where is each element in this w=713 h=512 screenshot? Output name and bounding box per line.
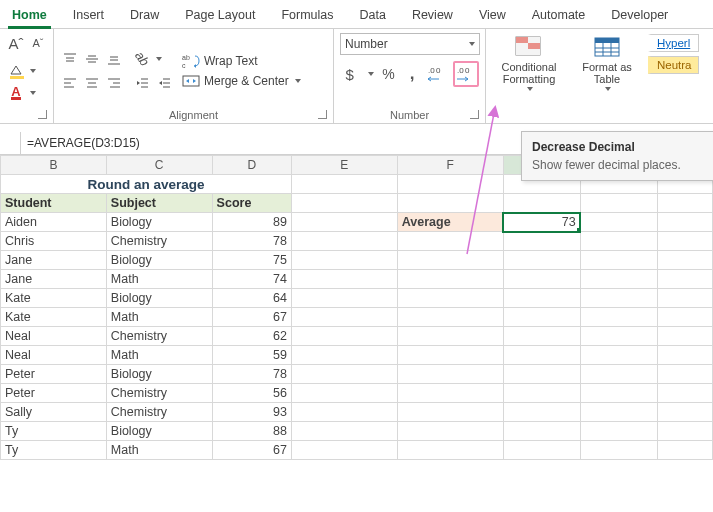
table-row[interactable]: TyMath67 — [1, 441, 713, 460]
fill-color-icon[interactable] — [6, 61, 26, 81]
align-bottom-icon[interactable] — [104, 49, 124, 69]
cell[interactable] — [291, 403, 397, 422]
score-cell[interactable]: 59 — [212, 346, 291, 365]
cell[interactable] — [291, 365, 397, 384]
cell[interactable] — [657, 289, 712, 308]
score-cell[interactable]: 93 — [212, 403, 291, 422]
subject-cell[interactable]: Biology — [106, 422, 212, 441]
orientation-dropdown-icon[interactable] — [156, 57, 162, 61]
student-cell[interactable]: Sally — [1, 403, 107, 422]
cell[interactable] — [580, 213, 657, 232]
col-header-c[interactable]: C — [106, 156, 212, 175]
cell[interactable] — [503, 346, 580, 365]
increase-indent-icon[interactable] — [154, 73, 174, 93]
wrap-text-button[interactable]: abc Wrap Text — [182, 53, 301, 69]
cell[interactable] — [291, 213, 397, 232]
cell[interactable] — [397, 194, 503, 213]
cell[interactable] — [397, 327, 503, 346]
font-color-dropdown-icon[interactable] — [30, 91, 36, 95]
score-cell[interactable]: 75 — [212, 251, 291, 270]
cell[interactable] — [291, 422, 397, 441]
subject-cell[interactable]: Biology — [106, 289, 212, 308]
cell[interactable] — [397, 232, 503, 251]
cell[interactable] — [503, 365, 580, 384]
table-row[interactable]: KateMath67 — [1, 308, 713, 327]
average-label-cell[interactable]: Average — [397, 213, 503, 232]
cell[interactable] — [657, 327, 712, 346]
table-row[interactable]: NealMath59 — [1, 346, 713, 365]
cell[interactable] — [291, 441, 397, 460]
cell[interactable] — [291, 251, 397, 270]
col-header-f[interactable]: F — [397, 156, 503, 175]
student-cell[interactable]: Ty — [1, 422, 107, 441]
subject-cell[interactable]: Chemistry — [106, 403, 212, 422]
cell[interactable] — [397, 251, 503, 270]
cell[interactable] — [580, 289, 657, 308]
table-header[interactable]: Score — [212, 194, 291, 213]
table-header[interactable]: Student — [1, 194, 107, 213]
merge-dropdown-icon[interactable] — [295, 79, 301, 83]
subject-cell[interactable]: Biology — [106, 213, 212, 232]
subject-cell[interactable]: Chemistry — [106, 327, 212, 346]
cell[interactable] — [503, 194, 580, 213]
worksheet-grid[interactable]: B C D E F G H I Round an averageStudentS… — [0, 155, 713, 460]
cell[interactable] — [657, 308, 712, 327]
col-header-d[interactable]: D — [212, 156, 291, 175]
table-header[interactable]: Subject — [106, 194, 212, 213]
cell[interactable] — [291, 194, 397, 213]
decrease-decimal-icon[interactable]: .00 — [456, 64, 476, 84]
cell[interactable] — [397, 175, 503, 194]
style-hyperlink[interactable]: Hyperl — [648, 34, 699, 52]
student-cell[interactable]: Chris — [1, 232, 107, 251]
cell[interactable] — [291, 232, 397, 251]
score-cell[interactable]: 67 — [212, 308, 291, 327]
tab-data[interactable]: Data — [355, 4, 389, 28]
cell[interactable] — [503, 270, 580, 289]
subject-cell[interactable]: Math — [106, 346, 212, 365]
tab-developer[interactable]: Developer — [607, 4, 672, 28]
subject-cell[interactable]: Math — [106, 308, 212, 327]
cell[interactable] — [657, 384, 712, 403]
student-cell[interactable]: Neal — [1, 327, 107, 346]
font-color-icon[interactable]: A — [6, 83, 26, 103]
cell[interactable] — [397, 365, 503, 384]
cell[interactable] — [291, 346, 397, 365]
cell[interactable] — [291, 175, 397, 194]
student-cell[interactable]: Jane — [1, 270, 107, 289]
align-middle-icon[interactable] — [82, 49, 102, 69]
cell[interactable] — [397, 308, 503, 327]
student-cell[interactable]: Kate — [1, 308, 107, 327]
fill-color-dropdown-icon[interactable] — [30, 69, 36, 73]
cell[interactable] — [397, 270, 503, 289]
merge-center-button[interactable]: Merge & Center — [182, 73, 301, 89]
subject-cell[interactable]: Math — [106, 270, 212, 289]
table-row[interactable]: JaneMath74 — [1, 270, 713, 289]
tab-draw[interactable]: Draw — [126, 4, 163, 28]
student-cell[interactable]: Jane — [1, 251, 107, 270]
tab-formulas[interactable]: Formulas — [277, 4, 337, 28]
cell[interactable] — [657, 270, 712, 289]
score-cell[interactable]: 89 — [212, 213, 291, 232]
accounting-format-icon[interactable]: $ — [340, 64, 360, 84]
increase-font-icon[interactable]: Aˆ — [6, 33, 26, 53]
cell[interactable] — [291, 270, 397, 289]
student-cell[interactable]: Peter — [1, 384, 107, 403]
cell[interactable] — [503, 232, 580, 251]
table-row[interactable]: NealChemistry62 — [1, 327, 713, 346]
align-right-icon[interactable] — [104, 73, 124, 93]
score-cell[interactable]: 64 — [212, 289, 291, 308]
cell[interactable] — [291, 289, 397, 308]
cell[interactable] — [580, 403, 657, 422]
cell[interactable] — [580, 194, 657, 213]
cell[interactable] — [580, 308, 657, 327]
cell[interactable] — [657, 251, 712, 270]
cell[interactable] — [503, 327, 580, 346]
tab-insert[interactable]: Insert — [69, 4, 108, 28]
align-top-icon[interactable] — [60, 49, 80, 69]
subject-cell[interactable]: Biology — [106, 251, 212, 270]
align-left-icon[interactable] — [60, 73, 80, 93]
cell[interactable] — [657, 194, 712, 213]
table-row[interactable]: JaneBiology75 — [1, 251, 713, 270]
tab-home[interactable]: Home — [8, 4, 51, 28]
formula-input[interactable]: =AVERAGE(D3:D15) — [21, 136, 140, 150]
